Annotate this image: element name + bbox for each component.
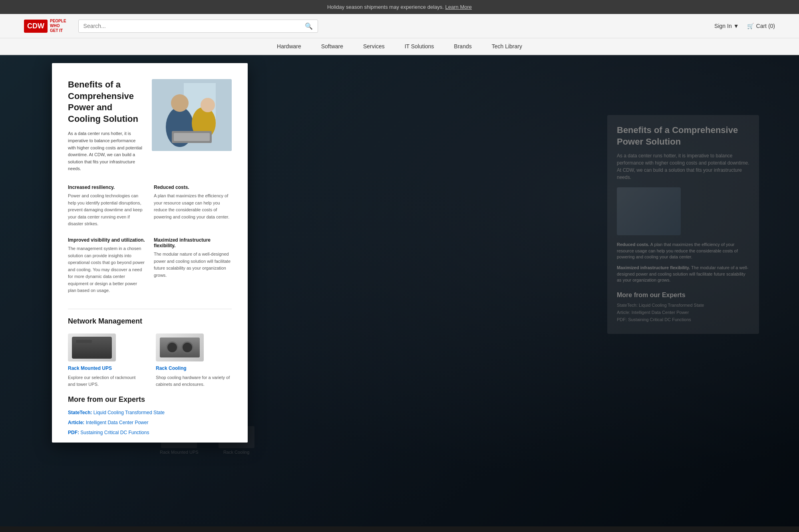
expert-link-pdf[interactable]: PDF: Sustaining Critical DC Functions <box>68 429 232 436</box>
logo-tagline-text: PEOPLEWHOGET IT <box>50 19 66 33</box>
expert-pdf-title: Sustaining Critical DC Functions <box>80 430 149 435</box>
modal-intro: As a data center runs hotter, it is impe… <box>68 130 144 173</box>
header: CDW PEOPLEWHOGET IT 🔍 Sign In ▼ 🛒 Cart (… <box>0 14 799 38</box>
modal-dialog: Benefits of a Comprehensive Power and Co… <box>52 63 248 443</box>
search-icon[interactable]: 🔍 <box>305 22 313 30</box>
fan-1-icon <box>166 341 178 353</box>
rack-cooling-image <box>156 333 204 361</box>
rack-ups-link[interactable]: Rack Mounted UPS <box>68 365 144 371</box>
modal-overlay: Benefits of a Comprehensive Power and Co… <box>0 55 799 526</box>
benefit-reduced-costs-title: Reduced costs. <box>154 185 232 190</box>
nav-item-hardware[interactable]: Hardware <box>277 43 301 50</box>
modal-people-image <box>152 79 232 151</box>
header-actions: Sign In ▼ 🛒 Cart (0) <box>714 23 775 29</box>
benefit-reduced-costs: Reduced costs. A plan that maximizes the… <box>154 185 232 228</box>
nav-item-software[interactable]: Software <box>321 43 343 50</box>
dropdown-arrow-icon: ▼ <box>733 23 739 29</box>
expert-article-label: Article: <box>68 420 84 425</box>
benefit-resiliency-desc: Power and cooling technologies can help … <box>68 193 146 228</box>
cart-icon: 🛒 <box>747 23 754 29</box>
benefit-flexibility-title: Maximized infrastructure flexibility. <box>154 237 232 248</box>
modal-title-area: Benefits of a Comprehensive Power and Co… <box>68 79 144 173</box>
cooling-shape <box>160 337 200 357</box>
logo-area: CDW PEOPLEWHOGET IT <box>24 19 66 33</box>
benefit-resiliency: Increased resiliency. Power and cooling … <box>68 185 146 228</box>
sign-in-label: Sign In <box>714 23 732 29</box>
expert-link-statetech[interactable]: StateTech: Liquid Cooling Transformed St… <box>68 409 232 416</box>
benefit-visibility-desc: The management system in a chosen soluti… <box>68 245 146 294</box>
cart-label: Cart (0) <box>756 23 775 29</box>
fan-2-icon <box>181 341 193 353</box>
network-section: Network Management Rack Mounted UPS Expl… <box>68 317 232 387</box>
modal-header-area: Benefits of a Comprehensive Power and Co… <box>68 79 232 173</box>
nav-item-it-solutions[interactable]: IT Solutions <box>405 43 434 50</box>
network-section-heading: Network Management <box>68 317 232 326</box>
svg-rect-7 <box>174 133 210 141</box>
modal-hero-svg <box>152 79 232 151</box>
search-input[interactable] <box>83 23 305 29</box>
rack-cooling-link[interactable]: Rack Cooling <box>156 365 232 371</box>
svg-point-5 <box>201 98 215 112</box>
nav-item-brands[interactable]: Brands <box>454 43 471 50</box>
cart-button[interactable]: 🛒 Cart (0) <box>747 23 775 29</box>
nav-bar: Hardware Software Services IT Solutions … <box>0 38 799 55</box>
logo-text: CDW <box>27 22 44 30</box>
expert-statetech-title: Liquid Cooling Transformed State <box>93 410 165 415</box>
logo-tagline: PEOPLEWHOGET IT <box>50 19 66 33</box>
expert-link-article[interactable]: Article: Intelligent Data Center Power <box>68 419 232 426</box>
benefit-reduced-costs-desc: A plan that maximizes the efficiency of … <box>154 193 232 220</box>
announcement-bar: Holiday season shipments may experience … <box>0 0 799 14</box>
expert-article-title: Intelligent Data Center Power <box>86 420 149 425</box>
benefit-visibility: Improved visibility and utilization. The… <box>68 237 146 294</box>
benefit-visibility-title: Improved visibility and utilization. <box>68 237 146 243</box>
product-rack-cooling: Rack Cooling Shop cooling hardware for a… <box>156 333 232 387</box>
experts-section: More from our Experts StateTech: Liquid … <box>68 395 232 436</box>
nav-item-services[interactable]: Services <box>363 43 385 50</box>
rack-ups-desc: Explore our selection of rackmount and t… <box>68 374 144 387</box>
benefit-flexibility-desc: The modular nature of a well-designed po… <box>154 251 232 279</box>
svg-point-3 <box>171 94 189 112</box>
logo-box[interactable]: CDW <box>24 20 48 33</box>
rack-cooling-desc: Shop cooling hardware for a variety of c… <box>156 374 232 387</box>
search-area[interactable]: 🔍 <box>78 20 318 33</box>
rack-ups-image <box>68 333 116 361</box>
benefit-flexibility: Maximized infrastructure flexibility. Th… <box>154 237 232 294</box>
sign-in-button[interactable]: Sign In ▼ <box>714 23 739 29</box>
modal-divider <box>68 309 232 309</box>
benefits-grid: Increased resiliency. Power and cooling … <box>68 185 232 294</box>
product-rack-ups: Rack Mounted UPS Explore our selection o… <box>68 333 144 387</box>
products-row: Rack Mounted UPS Explore our selection o… <box>68 333 232 387</box>
modal-title: Benefits of a Comprehensive Power and Co… <box>68 79 144 125</box>
modal-hero-image <box>152 79 232 151</box>
ups-shape <box>72 337 112 359</box>
announcement-link[interactable]: Learn More <box>445 4 472 10</box>
benefit-resiliency-title: Increased resiliency. <box>68 185 146 190</box>
nav-item-tech-library[interactable]: Tech Library <box>492 43 522 50</box>
experts-heading: More from our Experts <box>68 395 232 404</box>
hero-area: Benefits of a ComprehensivePower Solutio… <box>0 55 799 526</box>
expert-statetech-label: StateTech: <box>68 410 92 415</box>
expert-pdf-label: PDF: <box>68 430 79 435</box>
announcement-text: Holiday season shipments may experience … <box>327 4 444 10</box>
